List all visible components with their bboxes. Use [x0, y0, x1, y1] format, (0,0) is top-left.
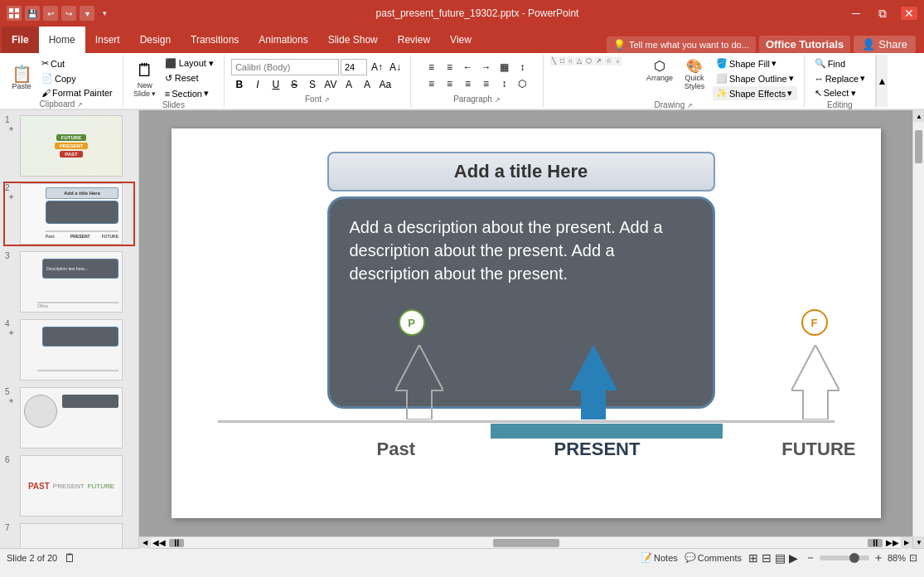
underline-button[interactable]: U	[268, 77, 284, 92]
slide-thumb-1[interactable]: 1 ★ FUTURE PRESENT PAST	[3, 114, 135, 178]
strikethrough-button[interactable]: S	[286, 77, 302, 92]
shape-effects-button[interactable]: ✨ Shape Effects ▾	[713, 86, 797, 100]
tab-slideshow[interactable]: Slide Show	[318, 27, 388, 53]
shape-outline-button[interactable]: ⬜ Shape Outline ▾	[713, 71, 797, 85]
layout-button[interactable]: ⬛ Layout ▾	[162, 56, 217, 70]
tab-review[interactable]: Review	[388, 27, 440, 53]
slide-title-box[interactable]: Add a title Here	[327, 152, 715, 192]
char-spacing-button[interactable]: AV	[322, 77, 339, 92]
customize-icon[interactable]: ▾	[80, 6, 94, 21]
font-color-button[interactable]: A	[341, 77, 357, 92]
hscroll-thumb[interactable]	[493, 539, 559, 547]
copy-button[interactable]: 📄 Copy	[38, 71, 116, 85]
justify-button[interactable]: ≡	[477, 76, 494, 91]
paste-button[interactable]: 📋 Paste	[7, 64, 36, 92]
slide-thumb-6[interactable]: 6 ★ PAST PRESENT FUTURE	[3, 453, 135, 518]
close-button[interactable]: ✕	[901, 7, 917, 20]
section-button[interactable]: ≡ Section ▾	[162, 86, 217, 100]
slide-thumb-3[interactable]: 3 ★ Description text here... Office	[3, 250, 135, 314]
reading-view-button[interactable]: ▤	[775, 551, 786, 565]
shape-item[interactable]: ⬦	[614, 56, 622, 65]
font-name-input[interactable]	[231, 59, 339, 75]
increase-indent-button[interactable]: →	[477, 60, 494, 75]
tab-file[interactable]: File	[2, 27, 39, 53]
arrange-button[interactable]: ⬡ Arrange	[643, 56, 676, 84]
hscroll-handle-right[interactable]: ⏸	[868, 539, 883, 547]
text-direction-button[interactable]: ↕	[514, 60, 530, 75]
numbering-button[interactable]: ≡	[441, 60, 457, 75]
zoom-out-button[interactable]: －	[805, 550, 816, 565]
undo-icon[interactable]: ↩	[43, 6, 58, 21]
hscroll-right-button[interactable]: ▶	[901, 537, 912, 549]
align-center-button[interactable]: ≡	[441, 76, 457, 91]
restore-button[interactable]: ⧉	[874, 7, 891, 20]
notes-button[interactable]: 📝Notes	[641, 552, 678, 563]
decrease-font-button[interactable]: A↓	[387, 60, 404, 75]
vscroll-thumb[interactable]	[915, 130, 922, 163]
reset-button[interactable]: ↺ Reset	[162, 71, 217, 85]
slide-thumb-2[interactable]: 2 ★ Add a title Here Past PRESENT FUTURE	[3, 182, 135, 246]
tab-home[interactable]: Home	[39, 27, 85, 53]
decrease-indent-button[interactable]: ←	[459, 60, 476, 75]
share-button[interactable]: 👤 Share	[854, 36, 916, 53]
zoom-in-button[interactable]: ＋	[873, 550, 884, 565]
minimize-button[interactable]: ─	[848, 7, 864, 20]
tab-insert[interactable]: Insert	[85, 27, 130, 53]
ribbon-collapse-button[interactable]: ▲	[876, 55, 888, 107]
align-right-button[interactable]: ≡	[459, 76, 476, 91]
tab-view[interactable]: View	[440, 27, 481, 53]
line-spacing-button[interactable]: ↕	[496, 76, 512, 91]
text-shadow-button[interactable]: S	[304, 77, 321, 92]
smartart-button[interactable]: ⬡	[514, 76, 530, 91]
text-highlight-button[interactable]: A	[359, 77, 375, 92]
find-button[interactable]: 🔍 Find	[811, 56, 868, 70]
hscroll-prev-arrow[interactable]: ◀◀	[151, 538, 167, 547]
format-painter-button[interactable]: 🖌 Format Painter	[38, 86, 116, 99]
shape-item[interactable]: ╲	[550, 56, 558, 65]
slide-thumb-5[interactable]: 5 ★	[3, 385, 135, 450]
zoom-thumb[interactable]	[849, 553, 859, 563]
hscroll-handle-left[interactable]: ⏸	[169, 539, 184, 547]
shape-fill-button[interactable]: 🪣 Shape Fill ▾	[713, 56, 797, 70]
columns-button[interactable]: ▦	[496, 60, 512, 75]
new-slide-button[interactable]: 🗒 NewSlide ▾	[130, 58, 160, 99]
slide-description-box[interactable]: Add a description about the present. Add…	[327, 196, 715, 409]
replace-button[interactable]: ↔ Replace ▾	[811, 71, 868, 85]
vscroll-down-button[interactable]: ▼	[913, 536, 924, 548]
quick-styles-button[interactable]: 🎨 QuickStyles	[678, 56, 711, 92]
shape-item[interactable]: ↗	[594, 56, 603, 65]
increase-font-button[interactable]: A↑	[369, 60, 385, 75]
tab-animations[interactable]: Animations	[249, 27, 317, 53]
fit-slide-button[interactable]: ⊡	[909, 552, 917, 564]
bullets-button[interactable]: ≡	[423, 60, 439, 75]
comments-button[interactable]: 💬Comments	[685, 552, 742, 563]
shape-item[interactable]: ☆	[604, 56, 613, 65]
redo-icon[interactable]: ↪	[61, 6, 76, 21]
slide-sorter-button[interactable]: ⊟	[762, 551, 772, 565]
zoom-slider[interactable]	[820, 555, 869, 560]
slideshow-button[interactable]: ▶	[789, 551, 798, 565]
clear-format-button[interactable]: Aa	[377, 77, 394, 92]
shape-item[interactable]: □	[559, 56, 566, 65]
slide-thumb-7[interactable]: 7 ★	[3, 521, 135, 548]
tab-design[interactable]: Design	[130, 27, 181, 53]
slide-thumb-4[interactable]: 4 ★	[3, 318, 135, 382]
bold-button[interactable]: B	[231, 77, 248, 92]
office-tutorials-button[interactable]: Office Tutorials	[759, 36, 850, 53]
tell-me-bar[interactable]: 💡 Tell me what you want to do...	[607, 36, 756, 53]
tab-transitions[interactable]: Transitions	[181, 27, 249, 53]
hscroll-left-button[interactable]: ◀	[139, 537, 151, 549]
shape-item[interactable]: ○	[567, 56, 574, 65]
font-size-input[interactable]	[341, 59, 367, 75]
italic-button[interactable]: I	[249, 77, 266, 92]
shape-item[interactable]: ⬡	[584, 56, 593, 65]
slide-notes-icon[interactable]: 🗒	[64, 551, 75, 565]
hscroll-next-arrow[interactable]: ▶▶	[884, 538, 901, 547]
save-icon[interactable]: 💾	[25, 6, 40, 21]
horizontal-scrollbar[interactable]: ◀ ◀◀ ⏸ ⏸ ▶▶ ▶	[139, 536, 912, 548]
cut-button[interactable]: ✂ Cut	[38, 56, 116, 70]
select-button[interactable]: ↖ Select ▾	[811, 86, 868, 100]
vscroll-up-button[interactable]: ▲	[913, 110, 924, 122]
normal-view-button[interactable]: ⊞	[748, 551, 758, 565]
vertical-scrollbar[interactable]: ▲ ▼	[912, 110, 924, 548]
